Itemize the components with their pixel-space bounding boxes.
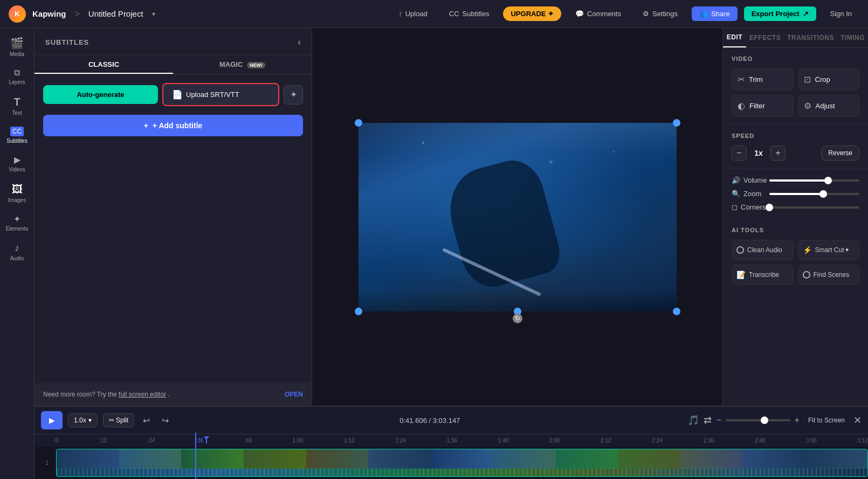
zoom-icon: 🔍 xyxy=(732,190,740,198)
scenes-loading-icon xyxy=(803,271,810,279)
transcribe-button[interactable]: 📝 Transcribe xyxy=(732,265,794,285)
fullscreen-editor-link[interactable]: full screen editor xyxy=(119,391,166,398)
settings-button[interactable]: ⚙ Settings xyxy=(635,6,685,21)
undo-button[interactable]: ↩ xyxy=(140,413,153,428)
total-time: 3:03.147 xyxy=(433,416,460,425)
split-button[interactable]: ✂ Split xyxy=(103,413,135,427)
project-name[interactable]: Untitled Project xyxy=(88,9,143,18)
speed-increase-button[interactable]: + xyxy=(770,145,786,161)
speed-section: SPEED − 1x + Reverse xyxy=(723,125,868,169)
trim-icon: ✂ xyxy=(738,74,745,85)
handle-top-left[interactable] xyxy=(355,119,362,127)
handle-rotate[interactable]: ↻ xyxy=(513,314,522,323)
crop-button[interactable]: ⊡ Crop xyxy=(798,68,860,91)
speed-decrease-button[interactable]: − xyxy=(732,145,747,161)
comments-button[interactable]: 💬 Comments xyxy=(568,6,629,21)
upgrade-button[interactable]: UPGRADE ✦ xyxy=(503,6,561,21)
video-icon: ▶ xyxy=(14,155,20,165)
clean-audio-button[interactable]: Clean Audio xyxy=(732,240,794,260)
volume-label: 🔊 Volume xyxy=(732,176,764,184)
gear-icon: ⚙ xyxy=(643,10,649,18)
cc-icon: CC xyxy=(449,10,459,18)
video-section: VIDEO ✂ Trim ⊡ Crop ◐ Filter xyxy=(723,48,868,125)
upload-button[interactable]: ↑ Upload xyxy=(391,6,435,21)
ruler-marks: :0 :12 :24 :36 :48 1:00 1:12 1:24 1:36 1… xyxy=(45,438,868,443)
ruler-mark: 2:00 xyxy=(549,438,560,443)
volume-slider[interactable] xyxy=(769,179,859,182)
text-icon: T xyxy=(13,96,20,108)
adjust-button[interactable]: ⚙ Adjust xyxy=(798,95,860,117)
sidebar-item-videos[interactable]: ▶ Videos xyxy=(2,150,32,177)
add-subtitle-button[interactable]: + + Add subtitle xyxy=(43,115,303,136)
sidebar-item-subtitles[interactable]: CC Subtitles xyxy=(2,122,32,148)
ruler-mark: 3:00 xyxy=(806,438,816,443)
video-frame xyxy=(359,123,677,311)
sidebar-item-media[interactable]: 🎬 Media xyxy=(2,32,32,61)
speed-value: 1x xyxy=(751,149,766,157)
playhead xyxy=(206,438,207,443)
handle-bottom-right[interactable] xyxy=(673,308,680,315)
magic-star-button[interactable]: ✦ xyxy=(284,85,303,105)
sidebar-item-images[interactable]: 🖼 Images xyxy=(2,179,32,207)
close-timeline-button[interactable]: ✕ xyxy=(853,414,862,426)
tab-edit[interactable]: EDIT xyxy=(723,28,746,47)
top-navigation: K Kapwing > Untitled Project ▾ ↑ Upload … xyxy=(0,0,868,28)
volume-icon: 🔊 xyxy=(732,176,740,184)
sidebar-item-layers[interactable]: ⧉ Layers xyxy=(2,64,32,89)
signin-button[interactable]: Sign In xyxy=(823,6,859,21)
media-icon: 🎬 xyxy=(10,37,24,50)
zoom-slider-thumb[interactable] xyxy=(761,416,768,424)
fit-to-screen-button[interactable]: Fit to Screen xyxy=(804,414,849,426)
tab-magic[interactable]: MAGIC NEW! xyxy=(173,55,312,74)
export-button[interactable]: Export Project ↗ xyxy=(744,6,816,21)
ruler-mark: 1:24 xyxy=(395,438,405,443)
nav-separator: > xyxy=(75,9,80,19)
plus-icon: + xyxy=(144,121,148,130)
brand-name[interactable]: Kapwing xyxy=(32,9,66,18)
panel-notice: Need more room? Try the full screen edit… xyxy=(35,383,312,406)
subtitles-button[interactable]: CC Subtitles xyxy=(442,6,497,21)
video-tools-grid: ✂ Trim ⊡ Crop ◐ Filter ⚙ xyxy=(732,68,859,117)
sidebar-item-elements[interactable]: ✦ Elements xyxy=(2,210,32,236)
tab-effects[interactable]: EFFECTS xyxy=(746,28,784,47)
handle-bottom-left[interactable] xyxy=(355,308,362,315)
tab-transitions[interactable]: TRANSITIONS xyxy=(784,28,837,47)
audio-split-icon: ⇄ xyxy=(704,414,712,426)
auto-generate-button[interactable]: Auto-generate xyxy=(43,85,158,104)
ai-tools-section: AI TOOLS Clean Audio ⚡ Smart Cut✦ 📝 Tr xyxy=(723,219,868,293)
sidebar-item-text[interactable]: T Text xyxy=(2,92,32,120)
zoom-slider-timeline[interactable] xyxy=(726,419,790,421)
audio-icon: ♪ xyxy=(15,242,19,254)
trim-button[interactable]: ✂ Trim xyxy=(732,68,794,91)
find-scenes-button[interactable]: Find Scenes xyxy=(798,265,860,285)
new-badge: NEW! xyxy=(247,62,265,68)
share-button[interactable]: 👥 Share xyxy=(692,6,738,21)
handle-top-right[interactable] xyxy=(673,119,680,127)
upload-srt-button[interactable]: 📄 Upload SRT/VTT xyxy=(162,83,279,106)
speed-reverse-button[interactable]: Reverse xyxy=(821,145,859,161)
ruler-mark: 2:12 xyxy=(601,438,611,443)
transcribe-icon: 📝 xyxy=(736,270,746,279)
track-content[interactable] xyxy=(56,449,868,477)
filter-button[interactable]: ◐ Filter xyxy=(732,95,794,117)
people-icon: 👥 xyxy=(699,10,708,18)
ruler-mark: 2:36 xyxy=(704,438,714,443)
panel-close-button[interactable]: ‹ xyxy=(298,37,301,48)
play-button[interactable]: ▶ xyxy=(41,411,63,429)
tab-classic[interactable]: CLASSIC xyxy=(35,55,173,74)
sidebar-item-audio[interactable]: ♪ Audio xyxy=(2,238,32,266)
smart-cut-button[interactable]: ⚡ Smart Cut✦ xyxy=(798,240,860,260)
timeline-tracks: 1 xyxy=(35,447,868,479)
playback-speed-selector[interactable]: 1.0x ▾ xyxy=(68,413,98,427)
corners-slider[interactable] xyxy=(769,206,859,209)
open-fullscreen-button[interactable]: OPEN xyxy=(285,391,303,398)
redo-button[interactable]: ↪ xyxy=(159,413,172,428)
zoom-row: 🔍 Zoom xyxy=(732,190,859,198)
zoom-slider[interactable] xyxy=(769,193,859,195)
subtitles-icon: CC xyxy=(10,127,24,136)
zoom-out-button[interactable]: − xyxy=(716,415,721,425)
ruler-mark: :24 xyxy=(148,438,155,443)
tab-timing[interactable]: TIMING xyxy=(837,28,868,47)
zoom-in-button[interactable]: + xyxy=(795,415,800,425)
project-dropdown-icon[interactable]: ▾ xyxy=(152,10,155,18)
